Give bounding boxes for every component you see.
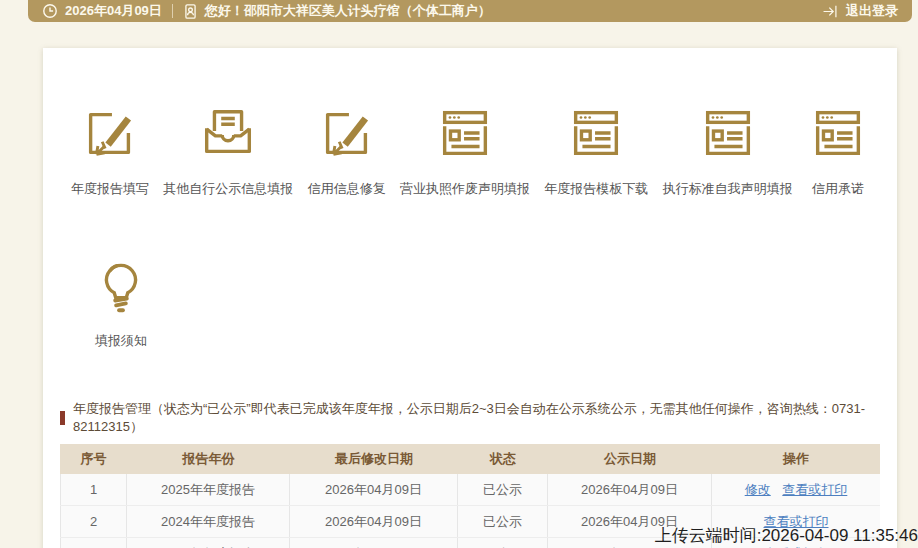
cell-index: 1: [60, 474, 127, 505]
annual-report-notice: 年度报告管理（状态为“已公示”即代表已完成该年度年报，公示日期后2~3日会自动在…: [60, 400, 880, 436]
logout-button[interactable]: 退出登录: [822, 2, 898, 20]
shortcut-label: 执行标准自我声明填报: [663, 180, 793, 198]
shortcut-license-invalidation[interactable]: 营业执照作废声明填报: [400, 102, 530, 198]
cell-modified: 2026年04月09日: [290, 506, 458, 537]
view-print-link[interactable]: 查看或打印: [782, 482, 847, 497]
cell-year: 2023年年度报告: [127, 538, 290, 548]
shortcut-label: 其他自行公示信息填报: [163, 180, 293, 198]
shortcut-label: 营业执照作废声明填报: [400, 180, 530, 198]
upload-timestamp-watermark: 上传云端时间:2026-04-09 11:35:46: [655, 524, 918, 547]
lightbulb-icon: [90, 254, 152, 316]
cell-index: 2: [60, 506, 127, 537]
cell-year: 2024年年度报告: [127, 506, 290, 537]
inbox-document-icon: [197, 102, 259, 164]
shortcut-label: 信用信息修复: [308, 180, 386, 198]
edit-box-icon: [79, 102, 141, 164]
cell-status: 已公示: [458, 506, 548, 537]
cell-year: 2025年年度报告: [127, 474, 290, 505]
table-header-row: 序号 报告年份 最后修改日期 状态 公示日期 操作: [60, 444, 880, 474]
logout-icon: [822, 4, 839, 19]
table-row: 1 2025年年度报告 2026年04月09日 已公示 2026年04月09日 …: [60, 474, 880, 506]
main-panel: 年度报告填写 其他自行公示信息填报 信用信息修复: [43, 48, 897, 548]
browser-window-icon: [807, 102, 869, 164]
shortcut-grid: 年度报告填写 其他自行公示信息填报 信用信息修复: [43, 48, 897, 198]
col-header-index: 序号: [60, 450, 127, 468]
cell-modified: 2024年03月30日: [290, 538, 458, 548]
notice-text: 年度报告管理（状态为“已公示”即代表已完成该年度年报，公示日期后2~3日会自动在…: [73, 400, 880, 436]
cell-actions: 修改 查看或打印: [712, 474, 880, 505]
browser-window-icon: [565, 102, 627, 164]
user-badge-icon: [183, 3, 198, 20]
current-date: 2026年04月09日: [65, 2, 162, 20]
col-header-actions: 操作: [712, 450, 880, 468]
shortcut-label: 年度报告填写: [71, 180, 149, 198]
shortcut-other-disclosure[interactable]: 其他自行公示信息填报: [163, 102, 293, 198]
shortcut-filing-instructions[interactable]: 填报须知: [71, 254, 171, 350]
shortcut-credit-commitment[interactable]: 信用承诺: [807, 102, 869, 198]
modify-link[interactable]: 修改: [745, 482, 771, 497]
col-header-status: 状态: [458, 450, 548, 468]
col-header-modified: 最后修改日期: [290, 450, 458, 468]
browser-window-icon: [697, 102, 759, 164]
cell-index: 3: [60, 538, 127, 548]
clock-icon: [42, 3, 58, 19]
col-header-published: 公示日期: [548, 450, 712, 468]
cell-status: 已公示: [458, 538, 548, 548]
edit-box-icon: [316, 102, 378, 164]
browser-window-icon: [434, 102, 496, 164]
topbar: 2026年04月09日 您好！邵阳市大祥区美人计头疗馆（个体工商户） 退出登录: [28, 0, 912, 22]
shortcut-credit-repair[interactable]: 信用信息修复: [308, 102, 386, 198]
shortcut-label: 填报须知: [95, 332, 147, 350]
cell-published: 2026年04月09日: [548, 474, 712, 505]
topbar-divider: [172, 4, 173, 18]
logout-label: 退出登录: [846, 2, 898, 20]
cell-modified: 2026年04月09日: [290, 474, 458, 505]
user-greeting: 您好！邵阳市大祥区美人计头疗馆（个体工商户）: [205, 2, 491, 20]
shortcut-label: 年度报告模板下载: [544, 180, 648, 198]
shortcut-label: 信用承诺: [812, 180, 864, 198]
cell-status: 已公示: [458, 474, 548, 505]
shortcut-standard-declaration[interactable]: 执行标准自我声明填报: [663, 102, 793, 198]
notice-accent-bar: [60, 411, 65, 425]
col-header-year: 报告年份: [127, 450, 290, 468]
shortcut-grid-row2: 填报须知: [43, 198, 897, 350]
shortcut-annual-report-fill[interactable]: 年度报告填写: [71, 102, 149, 198]
shortcut-template-download[interactable]: 年度报告模板下载: [544, 102, 648, 198]
